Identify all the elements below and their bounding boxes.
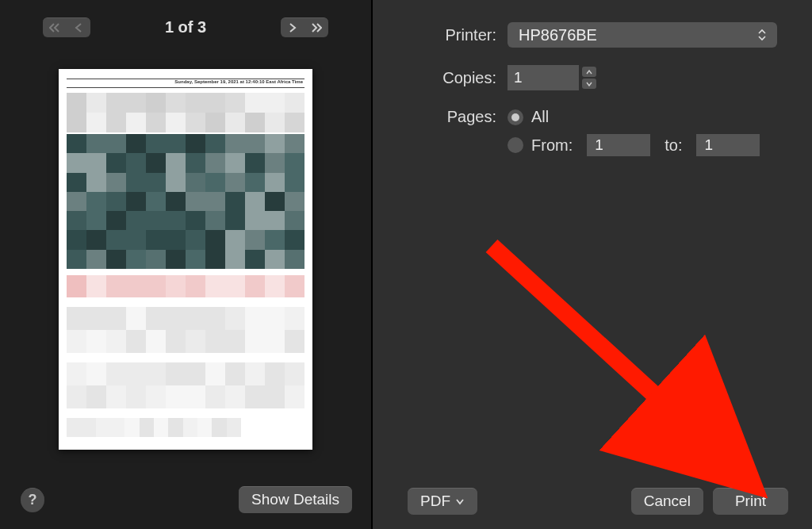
page-indicator: 1 of 3 bbox=[165, 18, 206, 36]
cancel-button[interactable]: Cancel bbox=[631, 488, 703, 515]
preview-pane: 1 of 3 Sunday, September 19, 2021 at 12:… bbox=[0, 0, 373, 529]
pages-all-label: All bbox=[531, 108, 549, 126]
copies-input[interactable] bbox=[508, 65, 579, 90]
page-navigator: 1 of 3 bbox=[43, 17, 328, 37]
chevrons-left-icon bbox=[49, 23, 60, 33]
document-header-date: Sunday, September 19, 2021 at 12:40:10 E… bbox=[174, 79, 303, 84]
select-chevrons-icon bbox=[753, 26, 771, 44]
chevron-right-icon bbox=[289, 23, 297, 33]
last-page-button[interactable] bbox=[304, 17, 328, 37]
printer-select[interactable]: HP8676BE bbox=[508, 22, 777, 48]
stepper-up-icon[interactable] bbox=[582, 67, 596, 77]
pages-to-label: to: bbox=[665, 136, 682, 155]
stepper-down-icon[interactable] bbox=[582, 79, 596, 89]
pdf-menu-button[interactable]: PDF bbox=[408, 488, 477, 515]
chevron-down-icon bbox=[455, 497, 465, 505]
page-thumbnail: Sunday, September 19, 2021 at 12:40:10 E… bbox=[59, 69, 312, 450]
pages-from-input[interactable] bbox=[587, 134, 650, 156]
settings-pane: Printer: HP8676BE Copies: Pages: All bbox=[373, 0, 812, 529]
pages-from-label: From: bbox=[531, 136, 573, 155]
first-page-button[interactable] bbox=[43, 17, 67, 37]
pages-all-radio[interactable] bbox=[508, 109, 523, 125]
pages-range-radio[interactable] bbox=[508, 137, 523, 153]
copies-stepper[interactable] bbox=[582, 66, 596, 90]
pages-label: Pages: bbox=[373, 108, 508, 126]
show-details-button[interactable]: Show Details bbox=[239, 486, 352, 513]
help-button[interactable]: ? bbox=[21, 488, 44, 512]
prev-page-button[interactable] bbox=[67, 17, 90, 37]
printer-label: Printer: bbox=[373, 26, 508, 44]
pages-to-input[interactable] bbox=[696, 134, 760, 156]
next-page-button[interactable] bbox=[281, 17, 304, 37]
print-button[interactable]: Print bbox=[713, 488, 788, 515]
chevron-left-icon bbox=[75, 23, 82, 33]
question-mark-icon: ? bbox=[29, 492, 37, 508]
svg-line-0 bbox=[492, 246, 722, 456]
printer-value: HP8676BE bbox=[519, 26, 597, 44]
chevrons-right-icon bbox=[311, 23, 322, 33]
copies-label: Copies: bbox=[373, 69, 508, 87]
